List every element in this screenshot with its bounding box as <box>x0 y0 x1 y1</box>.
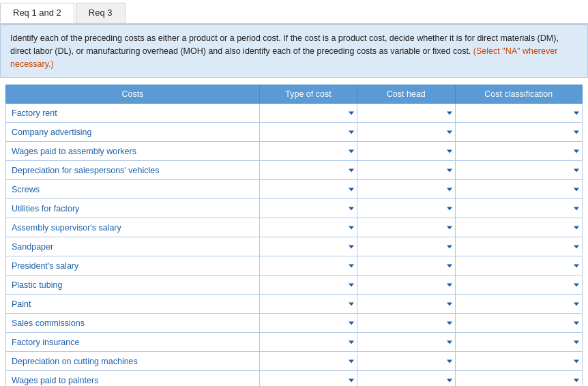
type-of-cost-cell[interactable]: ProductPeriod <box>259 371 357 386</box>
type-of-cost-select[interactable]: ProductPeriod <box>265 128 351 137</box>
table-row: Factory rentProductPeriodDMDLMOHNAVariab… <box>6 104 583 123</box>
cost-name-cell: Depreciation for salespersons' vehicles <box>6 161 260 180</box>
cost-classification-cell[interactable]: VariableFixedNA <box>455 218 582 237</box>
cost-head-select[interactable]: DMDLMOHNA <box>363 166 449 175</box>
cost-head-cell[interactable]: DMDLMOHNA <box>357 104 455 123</box>
cost-classification-select[interactable]: VariableFixedNA <box>461 185 576 194</box>
type-of-cost-cell[interactable]: ProductPeriod <box>259 180 357 199</box>
type-of-cost-cell[interactable]: ProductPeriod <box>259 237 357 256</box>
type-of-cost-select[interactable]: ProductPeriod <box>265 376 351 385</box>
type-of-cost-cell[interactable]: ProductPeriod <box>259 333 357 352</box>
cost-head-select[interactable]: DMDLMOHNA <box>363 185 449 194</box>
type-of-cost-cell[interactable]: ProductPeriod <box>259 142 357 161</box>
cost-head-select[interactable]: DMDLMOHNA <box>363 204 449 213</box>
type-of-cost-cell[interactable]: ProductPeriod <box>259 314 357 333</box>
cost-classification-select[interactable]: VariableFixedNA <box>461 147 576 156</box>
cost-classification-cell[interactable]: VariableFixedNA <box>455 333 582 352</box>
cost-head-select[interactable]: DMDLMOHNA <box>363 357 449 366</box>
type-of-cost-cell[interactable]: ProductPeriod <box>259 199 357 218</box>
type-of-cost-select[interactable]: ProductPeriod <box>265 204 351 213</box>
type-of-cost-cell[interactable]: ProductPeriod <box>259 256 357 276</box>
cost-head-select[interactable]: DMDLMOHNA <box>363 318 449 328</box>
cost-classification-cell[interactable]: VariableFixedNA <box>455 161 582 180</box>
cost-classification-cell[interactable]: VariableFixedNA <box>455 142 582 161</box>
type-of-cost-cell[interactable]: ProductPeriod <box>259 123 357 142</box>
cost-classification-select[interactable]: VariableFixedNA <box>461 299 576 309</box>
cost-head-cell[interactable]: DMDLMOHNA <box>357 371 455 386</box>
cost-classification-select[interactable]: VariableFixedNA <box>461 261 576 271</box>
type-of-cost-select[interactable]: ProductPeriod <box>265 166 351 175</box>
cost-classification-cell[interactable]: VariableFixedNA <box>455 371 582 386</box>
cost-classification-cell[interactable]: VariableFixedNA <box>455 352 582 371</box>
cost-classification-select[interactable]: VariableFixedNA <box>461 128 576 137</box>
cost-head-cell[interactable]: DMDLMOHNA <box>357 333 455 352</box>
cost-head-select[interactable]: DMDLMOHNA <box>363 280 449 290</box>
cost-head-select[interactable]: DMDLMOHNA <box>363 376 449 385</box>
cost-classification-select[interactable]: VariableFixedNA <box>461 223 576 233</box>
type-of-cost-select[interactable]: ProductPeriod <box>265 108 351 118</box>
cost-classification-select[interactable]: VariableFixedNA <box>461 357 576 366</box>
cost-classification-cell[interactable]: VariableFixedNA <box>455 256 582 276</box>
type-of-cost-select[interactable]: ProductPeriod <box>265 299 351 309</box>
cost-head-cell[interactable]: DMDLMOHNA <box>357 295 455 314</box>
cost-classification-select[interactable]: VariableFixedNA <box>461 166 576 175</box>
type-of-cost-cell[interactable]: ProductPeriod <box>259 161 357 180</box>
cost-classification-select[interactable]: VariableFixedNA <box>461 280 576 290</box>
cost-head-select[interactable]: DMDLMOHNA <box>363 338 449 347</box>
type-of-cost-cell[interactable]: ProductPeriod <box>259 218 357 237</box>
col-header-head: Cost head <box>357 85 455 104</box>
cost-head-cell[interactable]: DMDLMOHNA <box>357 314 455 333</box>
cost-head-select[interactable]: DMDLMOHNA <box>363 261 449 271</box>
cost-head-cell[interactable]: DMDLMOHNA <box>357 276 455 295</box>
type-of-cost-select[interactable]: ProductPeriod <box>265 185 351 194</box>
cost-head-select[interactable]: DMDLMOHNA <box>363 299 449 309</box>
cost-head-select[interactable]: DMDLMOHNA <box>363 128 449 137</box>
cost-classification-cell[interactable]: VariableFixedNA <box>455 104 582 123</box>
type-of-cost-cell[interactable]: ProductPeriod <box>259 104 357 123</box>
cost-head-cell[interactable]: DMDLMOHNA <box>357 123 455 142</box>
cost-head-select[interactable]: DMDLMOHNA <box>363 108 449 118</box>
cost-classification-select[interactable]: VariableFixedNA <box>461 204 576 213</box>
cost-classification-cell[interactable]: VariableFixedNA <box>455 237 582 256</box>
cost-head-cell[interactable]: DMDLMOHNA <box>357 237 455 256</box>
cost-head-cell[interactable]: DMDLMOHNA <box>357 161 455 180</box>
type-of-cost-select[interactable]: ProductPeriod <box>265 357 351 366</box>
cost-classification-cell[interactable]: VariableFixedNA <box>455 180 582 199</box>
type-of-cost-select[interactable]: ProductPeriod <box>265 242 351 252</box>
cost-name-cell: Paint <box>6 295 260 314</box>
type-of-cost-select[interactable]: ProductPeriod <box>265 338 351 347</box>
tab-req3[interactable]: Req 3 <box>76 3 126 23</box>
cost-head-select[interactable]: DMDLMOHNA <box>363 242 449 252</box>
cost-classification-cell[interactable]: VariableFixedNA <box>455 276 582 295</box>
cost-classification-cell[interactable]: VariableFixedNA <box>455 123 582 142</box>
table-row: Factory insuranceProductPeriodDMDLMOHNAV… <box>6 333 583 352</box>
cost-classification-select[interactable]: VariableFixedNA <box>461 318 576 328</box>
cost-classification-select[interactable]: VariableFixedNA <box>461 242 576 252</box>
type-of-cost-select[interactable]: ProductPeriod <box>265 147 351 156</box>
cost-head-cell[interactable]: DMDLMOHNA <box>357 256 455 276</box>
type-of-cost-select[interactable]: ProductPeriod <box>265 261 351 271</box>
tab-req1and2[interactable]: Req 1 and 2 <box>0 3 74 23</box>
cost-head-cell[interactable]: DMDLMOHNA <box>357 180 455 199</box>
cost-head-cell[interactable]: DMDLMOHNA <box>357 142 455 161</box>
type-of-cost-select[interactable]: ProductPeriod <box>265 223 351 233</box>
tabs-container: Req 1 and 2 Req 3 <box>0 0 588 25</box>
type-of-cost-cell[interactable]: ProductPeriod <box>259 295 357 314</box>
cost-head-cell[interactable]: DMDLMOHNA <box>357 218 455 237</box>
cost-head-select[interactable]: DMDLMOHNA <box>363 147 449 156</box>
cost-head-select[interactable]: DMDLMOHNA <box>363 223 449 233</box>
cost-classification-cell[interactable]: VariableFixedNA <box>455 314 582 333</box>
cost-classification-select[interactable]: VariableFixedNA <box>461 338 576 347</box>
cost-classification-cell[interactable]: VariableFixedNA <box>455 199 582 218</box>
type-of-cost-cell[interactable]: ProductPeriod <box>259 352 357 371</box>
cost-name-cell: Wages paid to assembly workers <box>6 142 260 161</box>
cost-classification-select[interactable]: VariableFixedNA <box>461 108 576 118</box>
type-of-cost-cell[interactable]: ProductPeriod <box>259 276 357 295</box>
cost-name-cell: Company advertising <box>6 123 260 142</box>
cost-head-cell[interactable]: DMDLMOHNA <box>357 352 455 371</box>
type-of-cost-select[interactable]: ProductPeriod <box>265 280 351 290</box>
cost-classification-cell[interactable]: VariableFixedNA <box>455 295 582 314</box>
type-of-cost-select[interactable]: ProductPeriod <box>265 318 351 328</box>
cost-head-cell[interactable]: DMDLMOHNA <box>357 199 455 218</box>
cost-classification-select[interactable]: VariableFixedNA <box>461 376 576 385</box>
